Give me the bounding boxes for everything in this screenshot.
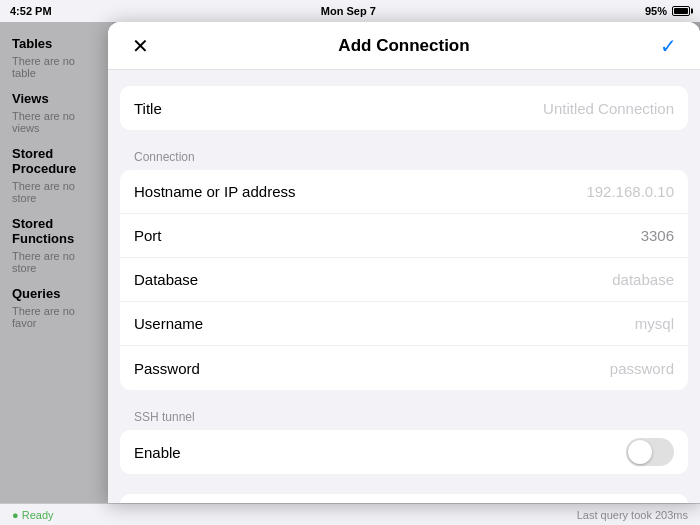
ssh-section-label: SSH tunnel	[120, 410, 688, 430]
modal-header: ✕ Add Connection ✓	[108, 22, 700, 70]
modal-close-button[interactable]: ✕	[124, 30, 156, 62]
battery-percent: 95%	[645, 5, 667, 17]
title-label: Title	[134, 100, 274, 117]
status-bar: 4:52 PM Mon Sep 7 95%	[0, 0, 700, 22]
title-row: Title	[120, 86, 688, 130]
test-connection-button[interactable]: Test Connection	[120, 494, 688, 503]
hostname-row: Hostname or IP address	[120, 170, 688, 214]
status-right: 95%	[645, 5, 690, 17]
add-connection-modal: ✕ Add Connection ✓ Title Connection Host…	[108, 22, 700, 503]
toggle-knob	[628, 440, 652, 464]
password-row: Password	[120, 346, 688, 390]
connection-card: Hostname or IP address Port Database Use…	[120, 170, 688, 390]
password-label: Password	[134, 360, 274, 377]
ready-status: ● Ready	[12, 509, 54, 521]
username-row: Username	[120, 302, 688, 346]
modal-confirm-button[interactable]: ✓	[652, 30, 684, 62]
status-time: 4:52 PM	[10, 5, 52, 17]
modal-body: Title Connection Hostname or IP address …	[108, 70, 700, 503]
ssh-enable-label: Enable	[134, 444, 274, 461]
ssh-enable-row: Enable	[120, 430, 688, 474]
database-input[interactable]	[274, 271, 674, 288]
modal-title: Add Connection	[156, 36, 652, 56]
port-label: Port	[134, 227, 274, 244]
database-row: Database	[120, 258, 688, 302]
status-day: Mon Sep 7	[321, 5, 376, 17]
title-input[interactable]	[274, 100, 674, 117]
username-label: Username	[134, 315, 274, 332]
title-card: Title	[120, 86, 688, 130]
port-row: Port	[120, 214, 688, 258]
database-label: Database	[134, 271, 274, 288]
hostname-label: Hostname or IP address	[134, 183, 295, 200]
port-input[interactable]	[274, 227, 674, 244]
username-input[interactable]	[274, 315, 674, 332]
bottom-bar: ● Ready Last query took 203ms	[0, 503, 700, 525]
query-time: Last query took 203ms	[577, 509, 688, 521]
battery-icon	[672, 6, 690, 16]
hostname-input[interactable]	[295, 183, 674, 200]
password-input[interactable]	[274, 360, 674, 377]
ssh-card: Enable	[120, 430, 688, 474]
connection-section-label: Connection	[120, 150, 688, 170]
ssh-enable-toggle[interactable]	[626, 438, 674, 466]
